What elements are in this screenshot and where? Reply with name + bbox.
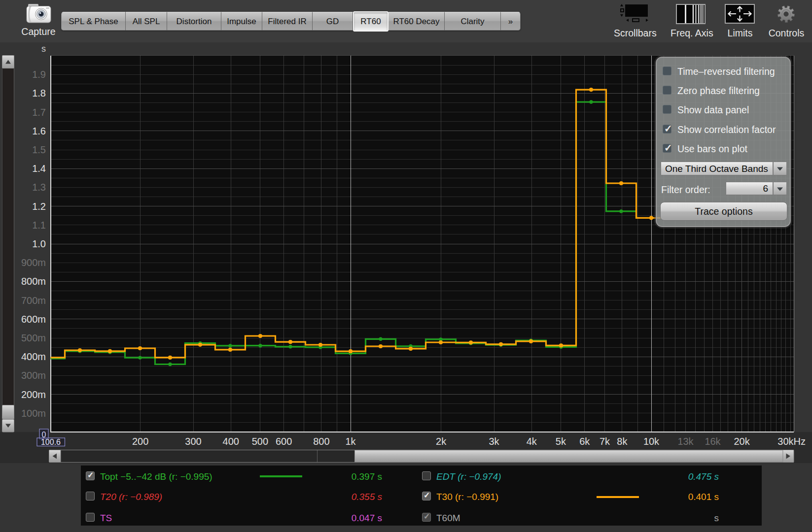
svg-text:30kHz: 30kHz — [777, 436, 806, 447]
svg-text:6k: 6k — [579, 436, 590, 447]
svg-text:500m: 500m — [21, 332, 46, 343]
svg-text:200: 200 — [132, 436, 148, 447]
svg-text:s: s — [41, 44, 46, 54]
svg-text:300m: 300m — [21, 370, 46, 381]
svg-text:16k: 16k — [705, 436, 721, 447]
svg-text:800: 800 — [313, 436, 329, 447]
svg-text:900m: 900m — [21, 257, 46, 268]
svg-text:700m: 700m — [21, 295, 46, 306]
svg-text:600: 600 — [276, 436, 292, 447]
svg-text:300: 300 — [185, 436, 201, 447]
svg-text:1.6: 1.6 — [32, 126, 46, 136]
svg-text:10k: 10k — [643, 436, 660, 447]
svg-text:100m: 100m — [21, 408, 46, 419]
svg-text:600m: 600m — [21, 314, 46, 325]
svg-text:400: 400 — [223, 436, 239, 447]
svg-text:7k: 7k — [600, 436, 610, 447]
svg-text:800m: 800m — [21, 276, 46, 287]
svg-text:1.9: 1.9 — [32, 69, 46, 80]
svg-text:1.4: 1.4 — [32, 163, 46, 174]
svg-text:1k: 1k — [345, 436, 356, 447]
svg-text:1.2: 1.2 — [32, 201, 46, 212]
svg-text:1.3: 1.3 — [32, 182, 46, 193]
svg-text:100.6: 100.6 — [41, 438, 61, 446]
svg-text:500: 500 — [252, 436, 268, 447]
svg-text:1.8: 1.8 — [32, 88, 46, 99]
svg-text:2k: 2k — [436, 436, 447, 447]
svg-text:1.5: 1.5 — [32, 144, 46, 155]
svg-text:1.7: 1.7 — [32, 107, 46, 118]
svg-text:4k: 4k — [527, 436, 537, 447]
svg-text:5k: 5k — [556, 436, 566, 447]
svg-text:13k: 13k — [677, 436, 694, 447]
svg-text:1.0: 1.0 — [32, 238, 46, 249]
svg-text:1.1: 1.1 — [32, 220, 46, 231]
svg-text:200m: 200m — [21, 389, 46, 400]
svg-text:8k: 8k — [617, 436, 628, 447]
svg-text:20k: 20k — [734, 436, 750, 447]
svg-text:400m: 400m — [21, 351, 46, 362]
svg-text:3k: 3k — [489, 436, 499, 447]
